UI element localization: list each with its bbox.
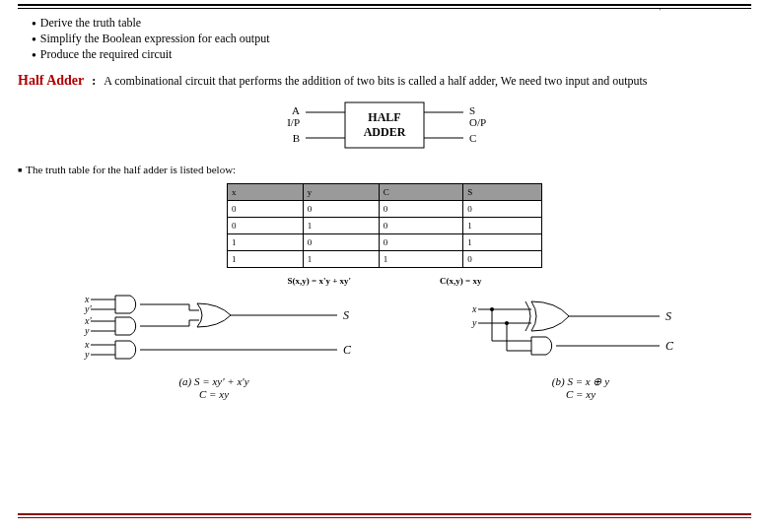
col-y: y: [303, 183, 379, 200]
output-s-label: S: [665, 309, 671, 323]
caption-b-line2: C = xy: [565, 388, 594, 400]
output-c-label: C: [343, 343, 352, 357]
sum-equation: S(x,y) = x'y + xy': [288, 276, 352, 286]
carry-equation: C(x,y) = xy: [440, 276, 481, 286]
circuit-b: x y S C (b) S = x ⊕ y C = xy: [453, 292, 709, 410]
circuit-diagrams: x y' x' y S x y C (a) S = xy' + x'y C = …: [18, 292, 751, 410]
half-adder-title: Half Adder: [18, 73, 84, 89]
caption-a-line2: C = xy: [198, 388, 228, 400]
svg-text:y: y: [471, 317, 477, 328]
block-diagram: A I/P B HALF ADDER S O/P C: [18, 97, 751, 154]
table-row: 0000: [228, 200, 542, 217]
block-out-s: S: [469, 104, 475, 116]
output-s-label: S: [343, 308, 349, 322]
block-op-label: O/P: [469, 116, 486, 128]
bullet-list: Derive the truth table Simplify the Bool…: [32, 15, 751, 63]
boolean-equations: S(x,y) = x'y + xy' C(x,y) = xy: [18, 276, 751, 286]
circuit-a: x y' x' y S x y C (a) S = xy' + x'y C = …: [61, 292, 367, 410]
page-marker: ': [659, 6, 661, 17]
colon: :: [92, 74, 96, 89]
truth-table-intro: The truth table for the half adder is li…: [18, 164, 751, 175]
list-item: Simplify the Boolean expression for each…: [32, 31, 751, 46]
list-item: Derive the truth table: [32, 15, 751, 31]
table-row: 1110: [228, 250, 542, 267]
table-header-row: x y C S: [228, 183, 542, 200]
block-label-bot: ADDER: [364, 125, 406, 139]
table-row: 1001: [228, 233, 542, 250]
block-out-c: C: [469, 132, 476, 144]
svg-text:y: y: [84, 349, 90, 360]
block-in-a: A: [292, 104, 300, 116]
block-ip-label: I/P: [287, 116, 300, 128]
truth-table-wrap: x y C S 0000 0101 1001 1110: [18, 183, 751, 268]
top-border: [18, 4, 751, 9]
list-item: Produce the required circuit: [32, 46, 751, 62]
col-c: C: [379, 183, 462, 200]
footer-border: [18, 513, 751, 518]
svg-text:y: y: [84, 325, 90, 336]
block-label-top: HALF: [368, 110, 400, 124]
half-adder-heading-row: Half Adder : A combinational circuit tha…: [18, 73, 751, 89]
table-row: 0101: [228, 217, 542, 233]
col-x: x: [228, 183, 304, 200]
col-s: S: [463, 183, 542, 200]
caption-a-line1: (a) S = xy' + x'y: [178, 375, 248, 388]
output-c-label: C: [665, 339, 674, 353]
caption-b-line1: (b) S = x ⊕ y: [551, 375, 608, 388]
truth-table: x y C S 0000 0101 1001 1110: [227, 183, 542, 268]
block-in-b: B: [293, 132, 300, 144]
half-adder-description: A combinational circuit that performs th…: [104, 74, 647, 89]
svg-text:x: x: [471, 303, 477, 314]
